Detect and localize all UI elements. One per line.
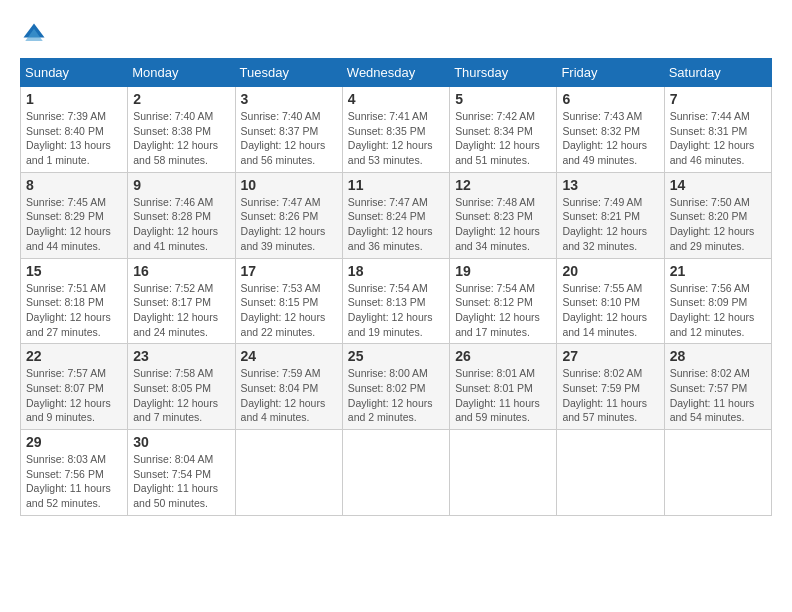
logo — [20, 20, 52, 48]
cell-content: Sunrise: 7:56 AMSunset: 8:09 PMDaylight:… — [670, 281, 766, 340]
calendar-cell: 19Sunrise: 7:54 AMSunset: 8:12 PMDayligh… — [450, 258, 557, 344]
cell-content: Sunrise: 7:46 AMSunset: 8:28 PMDaylight:… — [133, 195, 229, 254]
day-number: 22 — [26, 348, 122, 364]
calendar-header-thursday: Thursday — [450, 59, 557, 87]
calendar-cell: 21Sunrise: 7:56 AMSunset: 8:09 PMDayligh… — [664, 258, 771, 344]
day-number: 25 — [348, 348, 444, 364]
calendar-cell: 24Sunrise: 7:59 AMSunset: 8:04 PMDayligh… — [235, 344, 342, 430]
cell-content: Sunrise: 7:39 AMSunset: 8:40 PMDaylight:… — [26, 109, 122, 168]
day-number: 20 — [562, 263, 658, 279]
calendar-cell: 8Sunrise: 7:45 AMSunset: 8:29 PMDaylight… — [21, 172, 128, 258]
day-number: 14 — [670, 177, 766, 193]
day-number: 23 — [133, 348, 229, 364]
cell-content: Sunrise: 7:41 AMSunset: 8:35 PMDaylight:… — [348, 109, 444, 168]
calendar-cell: 9Sunrise: 7:46 AMSunset: 8:28 PMDaylight… — [128, 172, 235, 258]
calendar-cell: 12Sunrise: 7:48 AMSunset: 8:23 PMDayligh… — [450, 172, 557, 258]
day-number: 2 — [133, 91, 229, 107]
cell-content: Sunrise: 7:57 AMSunset: 8:07 PMDaylight:… — [26, 366, 122, 425]
calendar-week-3: 15Sunrise: 7:51 AMSunset: 8:18 PMDayligh… — [21, 258, 772, 344]
cell-content: Sunrise: 7:58 AMSunset: 8:05 PMDaylight:… — [133, 366, 229, 425]
day-number: 6 — [562, 91, 658, 107]
calendar-week-2: 8Sunrise: 7:45 AMSunset: 8:29 PMDaylight… — [21, 172, 772, 258]
calendar-week-1: 1Sunrise: 7:39 AMSunset: 8:40 PMDaylight… — [21, 87, 772, 173]
calendar-cell: 18Sunrise: 7:54 AMSunset: 8:13 PMDayligh… — [342, 258, 449, 344]
calendar-cell — [342, 430, 449, 516]
day-number: 8 — [26, 177, 122, 193]
calendar-cell — [557, 430, 664, 516]
calendar-cell: 30Sunrise: 8:04 AMSunset: 7:54 PMDayligh… — [128, 430, 235, 516]
cell-content: Sunrise: 7:55 AMSunset: 8:10 PMDaylight:… — [562, 281, 658, 340]
calendar-header-monday: Monday — [128, 59, 235, 87]
cell-content: Sunrise: 8:03 AMSunset: 7:56 PMDaylight:… — [26, 452, 122, 511]
day-number: 17 — [241, 263, 337, 279]
page-header — [20, 20, 772, 48]
day-number: 1 — [26, 91, 122, 107]
calendar-cell: 10Sunrise: 7:47 AMSunset: 8:26 PMDayligh… — [235, 172, 342, 258]
calendar-cell: 20Sunrise: 7:55 AMSunset: 8:10 PMDayligh… — [557, 258, 664, 344]
calendar-cell: 17Sunrise: 7:53 AMSunset: 8:15 PMDayligh… — [235, 258, 342, 344]
cell-content: Sunrise: 7:51 AMSunset: 8:18 PMDaylight:… — [26, 281, 122, 340]
calendar-cell: 25Sunrise: 8:00 AMSunset: 8:02 PMDayligh… — [342, 344, 449, 430]
day-number: 4 — [348, 91, 444, 107]
calendar-header-saturday: Saturday — [664, 59, 771, 87]
calendar-week-5: 29Sunrise: 8:03 AMSunset: 7:56 PMDayligh… — [21, 430, 772, 516]
calendar-week-4: 22Sunrise: 7:57 AMSunset: 8:07 PMDayligh… — [21, 344, 772, 430]
calendar-cell — [235, 430, 342, 516]
calendar-cell: 3Sunrise: 7:40 AMSunset: 8:37 PMDaylight… — [235, 87, 342, 173]
day-number: 21 — [670, 263, 766, 279]
day-number: 3 — [241, 91, 337, 107]
calendar-cell: 13Sunrise: 7:49 AMSunset: 8:21 PMDayligh… — [557, 172, 664, 258]
calendar-cell — [450, 430, 557, 516]
calendar-cell: 6Sunrise: 7:43 AMSunset: 8:32 PMDaylight… — [557, 87, 664, 173]
day-number: 13 — [562, 177, 658, 193]
cell-content: Sunrise: 8:02 AMSunset: 7:59 PMDaylight:… — [562, 366, 658, 425]
calendar-cell: 11Sunrise: 7:47 AMSunset: 8:24 PMDayligh… — [342, 172, 449, 258]
cell-content: Sunrise: 7:54 AMSunset: 8:12 PMDaylight:… — [455, 281, 551, 340]
day-number: 27 — [562, 348, 658, 364]
cell-content: Sunrise: 7:48 AMSunset: 8:23 PMDaylight:… — [455, 195, 551, 254]
calendar-cell: 14Sunrise: 7:50 AMSunset: 8:20 PMDayligh… — [664, 172, 771, 258]
day-number: 15 — [26, 263, 122, 279]
day-number: 19 — [455, 263, 551, 279]
calendar-cell: 2Sunrise: 7:40 AMSunset: 8:38 PMDaylight… — [128, 87, 235, 173]
cell-content: Sunrise: 7:50 AMSunset: 8:20 PMDaylight:… — [670, 195, 766, 254]
cell-content: Sunrise: 7:47 AMSunset: 8:24 PMDaylight:… — [348, 195, 444, 254]
day-number: 11 — [348, 177, 444, 193]
cell-content: Sunrise: 8:00 AMSunset: 8:02 PMDaylight:… — [348, 366, 444, 425]
cell-content: Sunrise: 7:52 AMSunset: 8:17 PMDaylight:… — [133, 281, 229, 340]
cell-content: Sunrise: 7:47 AMSunset: 8:26 PMDaylight:… — [241, 195, 337, 254]
calendar-cell: 15Sunrise: 7:51 AMSunset: 8:18 PMDayligh… — [21, 258, 128, 344]
day-number: 28 — [670, 348, 766, 364]
cell-content: Sunrise: 7:45 AMSunset: 8:29 PMDaylight:… — [26, 195, 122, 254]
calendar-cell: 7Sunrise: 7:44 AMSunset: 8:31 PMDaylight… — [664, 87, 771, 173]
calendar-cell: 26Sunrise: 8:01 AMSunset: 8:01 PMDayligh… — [450, 344, 557, 430]
calendar-table: SundayMondayTuesdayWednesdayThursdayFrid… — [20, 58, 772, 516]
cell-content: Sunrise: 7:53 AMSunset: 8:15 PMDaylight:… — [241, 281, 337, 340]
logo-icon — [20, 20, 48, 48]
day-number: 30 — [133, 434, 229, 450]
day-number: 10 — [241, 177, 337, 193]
calendar-header-row: SundayMondayTuesdayWednesdayThursdayFrid… — [21, 59, 772, 87]
day-number: 26 — [455, 348, 551, 364]
calendar-cell — [664, 430, 771, 516]
day-number: 7 — [670, 91, 766, 107]
cell-content: Sunrise: 7:59 AMSunset: 8:04 PMDaylight:… — [241, 366, 337, 425]
calendar-cell: 29Sunrise: 8:03 AMSunset: 7:56 PMDayligh… — [21, 430, 128, 516]
calendar-header-wednesday: Wednesday — [342, 59, 449, 87]
day-number: 12 — [455, 177, 551, 193]
calendar-header-sunday: Sunday — [21, 59, 128, 87]
cell-content: Sunrise: 7:42 AMSunset: 8:34 PMDaylight:… — [455, 109, 551, 168]
calendar-cell: 23Sunrise: 7:58 AMSunset: 8:05 PMDayligh… — [128, 344, 235, 430]
calendar-cell: 27Sunrise: 8:02 AMSunset: 7:59 PMDayligh… — [557, 344, 664, 430]
cell-content: Sunrise: 7:49 AMSunset: 8:21 PMDaylight:… — [562, 195, 658, 254]
calendar-cell: 16Sunrise: 7:52 AMSunset: 8:17 PMDayligh… — [128, 258, 235, 344]
day-number: 18 — [348, 263, 444, 279]
day-number: 24 — [241, 348, 337, 364]
calendar-header-friday: Friday — [557, 59, 664, 87]
cell-content: Sunrise: 7:40 AMSunset: 8:37 PMDaylight:… — [241, 109, 337, 168]
cell-content: Sunrise: 8:04 AMSunset: 7:54 PMDaylight:… — [133, 452, 229, 511]
calendar-cell: 22Sunrise: 7:57 AMSunset: 8:07 PMDayligh… — [21, 344, 128, 430]
calendar-cell: 28Sunrise: 8:02 AMSunset: 7:57 PMDayligh… — [664, 344, 771, 430]
cell-content: Sunrise: 8:02 AMSunset: 7:57 PMDaylight:… — [670, 366, 766, 425]
calendar-cell: 4Sunrise: 7:41 AMSunset: 8:35 PMDaylight… — [342, 87, 449, 173]
